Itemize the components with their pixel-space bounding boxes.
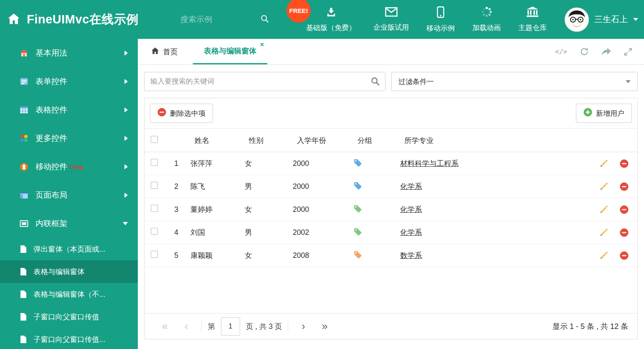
filter-row: 过滤条件一 [144,72,638,91]
first-page-button[interactable]: « [154,321,176,331]
source-code-icon[interactable]: </> [555,48,567,56]
col-header-year: 入学年份 [289,129,349,152]
major-link[interactable]: 材料科学与工程系 [400,159,459,168]
sidebar: 基本用法 表单控件 表格控件 更多控件 移动控件 Corp. [0,39,138,349]
cell-name: 刘国 [186,221,241,244]
major-link[interactable]: 化学系 [400,228,422,237]
sidebar-item-grid-controls[interactable]: 表格控件 [0,96,138,124]
nav-item-label: 主题仓库 [518,23,547,33]
tab-label: 首页 [163,47,178,57]
col-header-group: 分组 [349,129,396,152]
sidebar-item-form-controls[interactable]: 表单控件 [0,67,138,96]
last-page-button[interactable]: » [314,321,336,331]
tag-icon [353,206,362,214]
sidebar-subitem-label: 弹出窗体（本页面或... [33,244,105,254]
sidebar-subitem-child-to-parent-2[interactable]: 子窗口向父窗口传值... [0,328,138,349]
col-header-gender: 性别 [241,129,289,152]
row-checkbox[interactable] [151,182,158,189]
close-icon[interactable]: × [260,41,264,48]
search-icon[interactable] [260,14,269,25]
nav-item-mobile-demo[interactable]: 移动示例 [418,0,464,39]
tab-home[interactable]: 首页 [144,39,185,64]
table-row[interactable]: 1 张萍萍 女 2000 材料科学与工程系 [145,152,637,175]
page-label-prefix: 第 [208,321,215,331]
file-icon [20,267,27,276]
keyword-search-input[interactable] [144,72,385,91]
app-logo[interactable]: FineUIMvc在线示例 [8,0,139,39]
tab-label: 表格与编辑窗体 [204,46,256,56]
table-row[interactable]: 2 陈飞 男 2000 化学系 [145,175,637,198]
prev-page-button[interactable]: ‹ [176,321,196,331]
sidebar-subitem-grid-edit-window-2[interactable]: 表格与编辑窗体（不... [0,283,138,306]
chevron-right-icon [124,107,128,112]
edit-pencil-icon[interactable] [600,159,608,168]
table-header-row: 姓名 性别 入学年份 分组 所学专业 [145,129,637,152]
header-search-input[interactable] [180,15,245,24]
sidebar-item-basic-usage[interactable]: 基本用法 [0,39,138,67]
sidebar-subitem-label: 子窗口向父窗口传值... [33,334,105,344]
delete-row-icon[interactable] [620,205,629,214]
row-index: 1 [166,152,186,175]
table-row[interactable]: 3 董婷婷 女 2000 化学系 [145,198,637,221]
layout-icon [19,191,28,200]
refresh-icon[interactable] [580,47,589,56]
add-user-label: 新增用户 [596,109,624,118]
delete-selected-button[interactable]: 删除选中项 [150,104,213,123]
nav-item-enterprise-trial[interactable]: 企业版试用 [365,0,418,39]
cell-gender: 男 [241,221,289,244]
search-icon[interactable] [370,76,380,88]
sidebar-item-label: 移动控件 [35,161,67,172]
expand-icon[interactable] [624,48,632,56]
major-link[interactable]: 数学系 [400,251,422,260]
filter-dropdown[interactable]: 过滤条件一 [391,72,638,91]
sidebar-item-label: 内联框架 [35,218,67,229]
delete-row-icon[interactable] [620,159,629,168]
row-index: 5 [166,244,186,267]
nav-item-label: 基础版（免费） [306,23,356,33]
select-all-checkbox[interactable] [151,136,158,143]
edit-pencil-icon[interactable] [600,182,608,191]
user-menu[interactable]: 三生石上 [565,0,638,39]
grid-toolbar: 删除选中项 新增用户 [145,98,637,128]
avatar [565,8,589,32]
tag-icon [353,160,362,168]
row-checkbox[interactable] [151,205,158,212]
table-row[interactable]: 4 刘国 男 2002 化学系 [145,221,637,244]
nav-item-loading-animation[interactable]: 加载动画 [464,0,510,39]
sidebar-item-label: 基本用法 [35,48,67,59]
row-checkbox[interactable] [151,251,158,258]
chevron-down-icon [633,18,638,21]
next-page-button[interactable]: › [293,321,313,331]
sidebar-item-inline-frame[interactable]: 内联框架 [0,209,138,238]
page-number-input[interactable] [221,317,240,336]
major-link[interactable]: 化学系 [400,205,422,214]
sidebar-item-more-controls[interactable]: 更多控件 [0,124,138,153]
edit-pencil-icon[interactable] [600,251,608,260]
edit-pencil-icon[interactable] [600,205,608,214]
table-empty-space [145,267,637,313]
table-row[interactable]: 5 康颖颖 女 2008 数学系 [145,244,637,267]
chevron-right-icon [124,164,128,169]
add-user-button[interactable]: 新增用户 [576,104,632,123]
sidebar-item-mobile-controls[interactable]: 移动控件 Corp. [0,153,138,181]
tab-grid-edit-window[interactable]: 表格与编辑窗体 × [193,39,267,64]
major-link[interactable]: 化学系 [400,182,422,191]
sidebar-subitem-child-to-parent[interactable]: 子窗口向父窗口传值 [0,306,138,328]
sidebar-item-label: 页面布局 [35,190,67,201]
delete-row-icon[interactable] [620,182,629,191]
edit-pencil-icon[interactable] [600,228,608,237]
file-icon [20,245,27,253]
share-icon[interactable] [601,47,611,56]
nav-item-theme-store[interactable]: 主题仓库 [510,0,555,39]
delete-row-icon[interactable] [620,251,629,260]
row-checkbox[interactable] [151,159,158,166]
row-checkbox[interactable] [151,228,158,235]
tag-icon [353,252,362,260]
record-count-summary: 显示 1 - 5 条 , 共 12 条 [553,321,628,331]
sidebar-item-label: 更多控件 [35,133,67,144]
sidebar-item-page-layout[interactable]: 页面布局 [0,181,138,209]
sidebar-subitem-grid-edit-window[interactable]: 表格与编辑窗体 [0,260,138,283]
sidebar-subitem-popup-window[interactable]: 弹出窗体（本页面或... [0,238,138,260]
cell-gender: 女 [241,152,289,175]
delete-row-icon[interactable] [620,228,629,237]
